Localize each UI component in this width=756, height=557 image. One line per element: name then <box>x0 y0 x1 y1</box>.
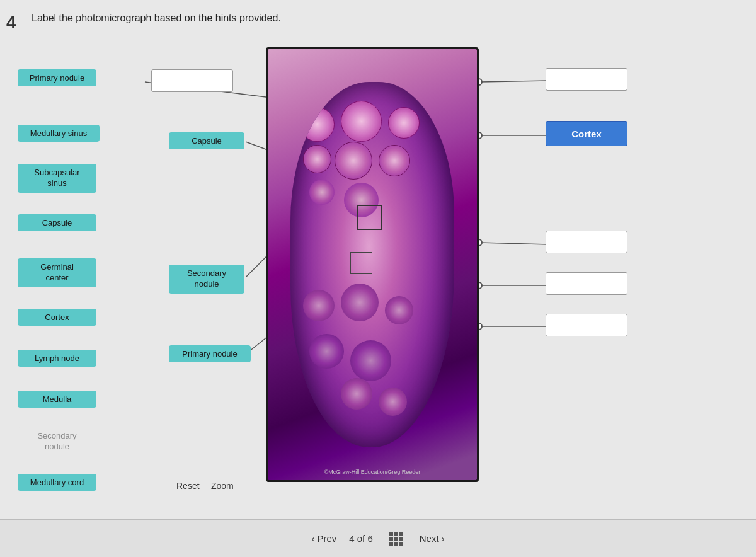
question-number: 4 <box>6 13 16 33</box>
right-answer-box-5[interactable] <box>546 314 627 336</box>
label-lymph-node[interactable]: Lymph node <box>18 350 96 367</box>
photomicrograph: ©McGraw-Hill Education/Greg Reeder <box>266 47 479 482</box>
reset-button[interactable]: Reset <box>176 481 200 491</box>
page-info: 4 of 6 <box>349 533 373 544</box>
label-medullary-cord[interactable]: Medullary cord <box>18 474 96 491</box>
placed-capsule[interactable]: Capsule <box>169 132 244 149</box>
nav-bar: ‹ Prev 4 of 6 Next › <box>0 519 756 557</box>
grid-icon[interactable] <box>389 532 403 546</box>
next-button[interactable]: Next › <box>420 533 445 544</box>
prev-button[interactable]: ‹ Prev <box>311 533 336 544</box>
next-arrow-icon: › <box>442 533 445 544</box>
right-answer-cortex[interactable]: Cortex <box>546 121 627 146</box>
image-caption: ©McGraw-Hill Education/Greg Reeder <box>324 469 421 475</box>
svg-line-8 <box>479 243 548 244</box>
label-capsule[interactable]: Capsule <box>18 214 96 231</box>
zoom-button[interactable]: Zoom <box>211 481 234 491</box>
label-germinal-center[interactable]: Germinalcenter <box>18 258 96 287</box>
placed-secondary-nodule[interactable]: Secondarynodule <box>169 265 244 294</box>
right-answer-box-4[interactable] <box>546 272 627 295</box>
prev-arrow-icon: ‹ <box>311 533 314 544</box>
label-medulla[interactable]: Medulla <box>18 391 96 408</box>
answer-box-primary-nodule[interactable] <box>151 69 233 92</box>
right-answer-box-1[interactable] <box>546 68 627 91</box>
right-answer-box-3[interactable] <box>546 231 627 253</box>
label-cortex[interactable]: Cortex <box>18 309 96 326</box>
label-primary-nodule[interactable]: Primary nodule <box>18 69 96 86</box>
label-medullary-sinus[interactable]: Medullary sinus <box>18 125 100 142</box>
page-container: 4 Label the photomicrograph based on the… <box>0 0 756 557</box>
label-secondary-nodule[interactable]: Secondarynodule <box>18 427 96 456</box>
label-subcapsular-sinus[interactable]: Subcapsularsinus <box>18 164 96 193</box>
placed-primary-nodule[interactable]: Primary nodule <box>169 345 251 362</box>
svg-line-1 <box>479 81 548 82</box>
instruction: Label the photomicrograph based on the h… <box>32 13 281 24</box>
